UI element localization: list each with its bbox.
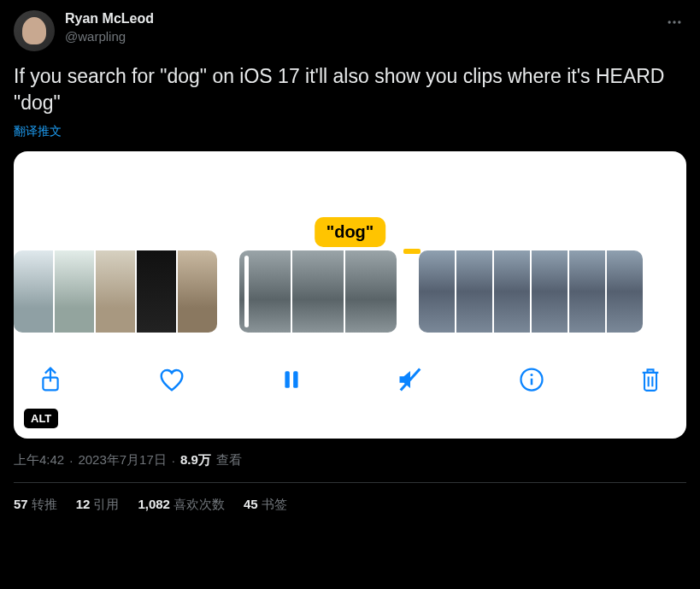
clip-group[interactable] xyxy=(419,250,643,333)
avatar[interactable] xyxy=(14,10,55,51)
like-label: 喜欢次数 xyxy=(174,497,225,511)
svg-rect-4 xyxy=(285,371,289,388)
svg-point-2 xyxy=(678,21,680,23)
video-thumbnail xyxy=(345,250,397,333)
media-attachment[interactable]: "dog" xyxy=(14,151,686,439)
mute-button[interactable] xyxy=(396,367,425,392)
like-stat[interactable]: 1,082喜欢次数 xyxy=(138,497,225,513)
video-thumbnail xyxy=(419,250,455,333)
retweet-count: 57 xyxy=(14,497,28,511)
video-thumbnail xyxy=(456,250,492,333)
tweet-container: Ryan McLeod @warpling If you search for … xyxy=(0,0,700,513)
heart-icon xyxy=(157,367,186,392)
video-thumbnail xyxy=(14,250,53,333)
pause-icon xyxy=(280,367,303,392)
pause-button[interactable] xyxy=(280,367,303,392)
share-icon xyxy=(38,366,63,393)
svg-point-1 xyxy=(673,21,675,23)
tweet-date[interactable]: 2023年7月17日 xyxy=(78,452,166,468)
quote-count: 12 xyxy=(76,497,91,511)
delete-button[interactable] xyxy=(638,366,662,393)
display-name: Ryan McLeod xyxy=(65,10,154,28)
view-count: 8.9万 xyxy=(180,452,211,468)
more-options-button[interactable] xyxy=(662,10,686,38)
retweet-label: 转推 xyxy=(32,497,57,511)
video-thumbnail xyxy=(178,250,217,333)
quote-label: 引用 xyxy=(93,497,119,511)
info-icon xyxy=(519,367,544,392)
tweet-time[interactable]: 上午4:42 xyxy=(14,452,64,468)
media-toolbar xyxy=(14,333,686,406)
tweet-header: Ryan McLeod @warpling xyxy=(14,10,686,51)
bookmark-label: 书签 xyxy=(262,497,287,511)
like-count: 1,082 xyxy=(138,497,170,511)
video-thumbnail xyxy=(607,250,643,333)
svg-point-8 xyxy=(531,374,533,376)
meta-dot: · xyxy=(172,453,175,468)
trash-icon xyxy=(638,366,662,393)
video-thumbnail xyxy=(569,250,605,333)
translate-link[interactable]: 翻译推文 xyxy=(14,124,62,139)
retweet-stat[interactable]: 57转推 xyxy=(14,497,57,513)
svg-rect-5 xyxy=(293,371,297,388)
share-button[interactable] xyxy=(38,366,63,393)
video-thumbnail xyxy=(137,250,176,333)
video-thumbnail xyxy=(494,250,530,333)
meta-dot: · xyxy=(69,453,73,468)
bookmark-count: 45 xyxy=(244,497,258,511)
alt-text-badge[interactable]: ALT xyxy=(24,409,58,428)
user-handle: @warpling xyxy=(65,28,154,45)
like-button[interactable] xyxy=(157,367,186,392)
tweet-meta: 上午4:42 · 2023年7月17日 · 8.9万 查看 xyxy=(14,452,686,468)
info-button[interactable] xyxy=(519,367,544,392)
tweet-text: If you search for "dog" on iOS 17 it'll … xyxy=(14,63,686,116)
clip-group-active[interactable] xyxy=(239,250,397,333)
video-scrubber[interactable] xyxy=(14,250,686,333)
bookmark-stat[interactable]: 45书签 xyxy=(244,497,287,513)
video-thumbnail xyxy=(532,250,568,333)
media-top-area: "dog" xyxy=(14,151,686,250)
author-names[interactable]: Ryan McLeod @warpling xyxy=(65,10,154,44)
svg-point-0 xyxy=(668,21,671,23)
ellipsis-icon xyxy=(666,14,683,31)
video-thumbnail xyxy=(292,250,344,333)
quote-stat[interactable]: 12引用 xyxy=(76,497,120,513)
search-term-badge: "dog" xyxy=(315,217,386,247)
clip-group[interactable] xyxy=(14,250,217,333)
engagement-stats: 57转推 12引用 1,082喜欢次数 45书签 xyxy=(14,483,686,513)
search-term-marker xyxy=(403,249,421,254)
video-thumbnail xyxy=(55,250,94,333)
mute-icon xyxy=(396,367,425,392)
view-label: 查看 xyxy=(216,452,242,468)
playhead[interactable] xyxy=(244,256,249,327)
video-thumbnail xyxy=(96,250,135,333)
